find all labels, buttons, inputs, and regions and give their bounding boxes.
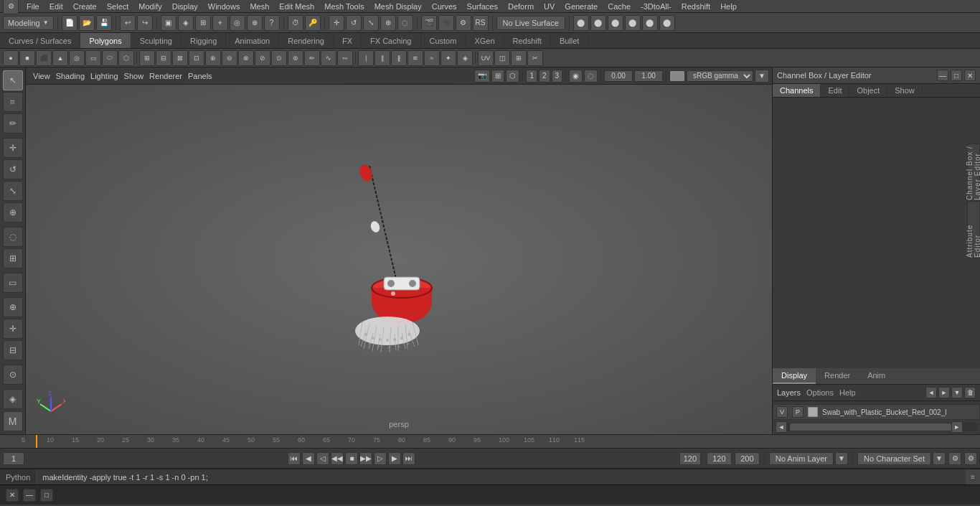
vp-menu-renderer[interactable]: Renderer [149, 72, 182, 80]
snap-to-curve-btn[interactable]: ⌖ [212, 15, 228, 31]
key-attr-btn[interactable]: 🔑 [305, 15, 321, 31]
viewport-display-btn[interactable]: ⬤ [642, 15, 658, 31]
platonic-btn[interactable]: ⬡ [118, 50, 134, 66]
fill-btn[interactable]: ⊚ [288, 50, 303, 66]
app-settings-btn[interactable]: ⚙ [3, 0, 19, 14]
vp-smooth2-btn[interactable]: 2 [539, 70, 550, 83]
slide-btn[interactable]: ≈ [424, 50, 440, 66]
snap-tool[interactable]: ⊙ [3, 365, 23, 385]
cylinder-btn[interactable]: ⬛ [36, 50, 52, 66]
cb-tab-channels[interactable]: Channels [773, 84, 821, 97]
paint-select-tool[interactable]: ✏ [3, 113, 23, 133]
extrude-btn[interactable]: ⊟ [156, 50, 171, 66]
vp-smooth-btn[interactable]: 1 [526, 70, 537, 83]
no-anim-layer-btn[interactable]: No Anim Layer [769, 452, 834, 465]
move-tool[interactable]: ✛ [3, 138, 23, 158]
menu-surfaces[interactable]: Surfaces [462, 0, 503, 12]
menu-display[interactable]: Display [167, 0, 203, 12]
play-back-btn[interactable]: ◀◀ [331, 452, 344, 465]
frame-end-input[interactable] [679, 452, 701, 465]
redo-btn[interactable]: ↪ [137, 15, 153, 31]
dra-tab-anim[interactable]: Anim [859, 368, 894, 384]
cross-tool[interactable]: ✛ [3, 319, 23, 339]
menu-cache[interactable]: Cache [603, 0, 636, 12]
cb-tab-edit[interactable]: Edit [821, 84, 849, 97]
tab-rendering[interactable]: Rendering [279, 33, 334, 48]
snap-to-point-btn[interactable]: ◎ [230, 15, 245, 31]
vp-smooth3-btn[interactable]: 3 [552, 70, 563, 83]
mirror-btn[interactable]: ⬤ [625, 15, 641, 31]
options-label[interactable]: Options [806, 388, 834, 397]
snap-to-grid-btn[interactable]: ⊞ [195, 15, 211, 31]
snap-to-surface-btn[interactable]: ⊕ [247, 15, 263, 31]
soft-select-btn[interactable]: ◌ [397, 15, 413, 31]
vp-input-value1[interactable] [604, 70, 633, 82]
menu-mesh[interactable]: Mesh [245, 0, 274, 12]
menu-windows[interactable]: Windows [203, 0, 245, 12]
uv-editor-btn[interactable]: UV [478, 50, 494, 66]
timeline[interactable]: 5 10 15 20 25 30 35 40 45 50 55 60 65 70… [0, 434, 980, 449]
uv-layout-btn[interactable]: ⊞ [511, 50, 527, 66]
window-close-btn[interactable]: ✕ [6, 489, 19, 502]
scale-tool-btn[interactable]: ⤡ [363, 15, 379, 31]
show-manip-tool[interactable]: ⊞ [3, 248, 23, 268]
prev-frame-btn[interactable]: ◀ [302, 452, 315, 465]
no-character-set-btn[interactable]: No Character Set [857, 452, 931, 465]
lasso-tool[interactable]: ⌗ [3, 92, 23, 112]
vp-menu-shading[interactable]: Shading [56, 72, 85, 80]
scroll-left-btn[interactable]: ◄ [776, 421, 787, 433]
gamma-dropdown[interactable]: sRGB gamma [687, 70, 753, 82]
quad-btn[interactable]: ⬤ [608, 15, 623, 31]
vp-menu-show[interactable]: Show [124, 72, 144, 80]
tab-fx-caching[interactable]: FX Caching [362, 33, 420, 48]
select-by-component-btn[interactable]: ◈ [178, 15, 194, 31]
color-mode-btn[interactable] [669, 70, 685, 82]
play-forward-btn[interactable]: ▶▶ [359, 452, 372, 465]
vp-xray-btn[interactable]: ◌ [584, 70, 598, 83]
tab-sculpting[interactable]: Sculpting [131, 33, 182, 48]
menu-redshift[interactable]: Redshift [677, 0, 715, 12]
next-frame-btn[interactable]: ▶ [388, 452, 401, 465]
cb-maximize-btn[interactable]: □ [951, 70, 962, 81]
render-btn[interactable]: 🎬 [421, 15, 437, 31]
viewport[interactable]: View Shading Lighting Show Renderer Pane… [26, 67, 772, 434]
mirror2-btn[interactable]: ⊙ [271, 50, 287, 66]
universal-tool[interactable]: ⊕ [3, 202, 23, 222]
tab-polygons[interactable]: Polygons [80, 33, 131, 48]
menu-generate[interactable]: Generate [560, 0, 603, 12]
vp-menu-view[interactable]: View [33, 72, 50, 80]
layer-p-btn[interactable]: P [792, 406, 804, 418]
tab-curves-surfaces[interactable]: Curves / Surfaces [0, 33, 80, 48]
offset-btn[interactable]: ∥ [374, 50, 390, 66]
cube-btn[interactable]: ■ [19, 50, 35, 66]
select-by-object-btn[interactable]: ▣ [161, 15, 176, 31]
rotate-tool-btn[interactable]: ↺ [346, 15, 362, 31]
playback-gear2-btn[interactable]: ⚙ [964, 452, 977, 465]
snap-magnet-btn[interactable]: ? [264, 15, 280, 31]
prev-key-btn[interactable]: ◁ [316, 452, 329, 465]
disk-btn[interactable]: ⬭ [102, 50, 118, 66]
vp-input-value2[interactable] [634, 70, 663, 82]
timeline-playhead[interactable] [36, 435, 37, 448]
menu-mesh-display[interactable]: Mesh Display [369, 0, 427, 12]
torus-btn[interactable]: ◎ [69, 50, 85, 66]
cb-minimize-btn[interactable]: — [937, 70, 948, 81]
tab-redshift[interactable]: Redshift [504, 33, 551, 48]
separate-btn[interactable]: ⊖ [222, 50, 237, 66]
loop-cut-btn[interactable]: ∣ [358, 50, 374, 66]
tab-bullet[interactable]: Bullet [551, 33, 589, 48]
vp-menu-panels[interactable]: Panels [188, 72, 212, 80]
tab-animation[interactable]: Animation [226, 33, 279, 48]
charset-dropdown-btn[interactable]: ▼ [933, 452, 946, 465]
status-right-btn[interactable]: ≡ [966, 469, 980, 484]
help-label[interactable]: Help [839, 388, 856, 397]
menu-3dtall[interactable]: -3DtoAll- [636, 0, 677, 12]
universal-manip-btn[interactable]: ⊕ [380, 15, 396, 31]
live-surface-btn[interactable]: No Live Surface [496, 16, 565, 30]
menu-curves[interactable]: Curves [427, 0, 462, 12]
window-min-btn[interactable]: — [23, 489, 36, 502]
bridge-btn[interactable]: ⊠ [172, 50, 188, 66]
vp-wireframe-btn[interactable]: ⬡ [506, 70, 519, 83]
cb-close-btn[interactable]: ✕ [964, 70, 976, 81]
subdiv-btn[interactable]: ⊞ [139, 50, 155, 66]
